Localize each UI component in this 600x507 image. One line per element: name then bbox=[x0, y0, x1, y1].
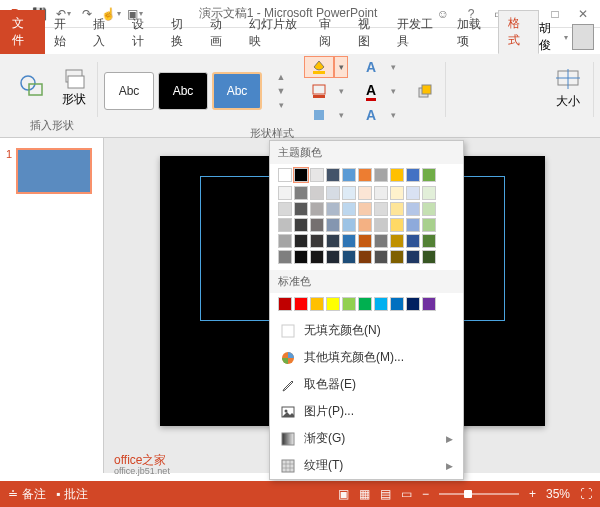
color-swatch[interactable] bbox=[406, 186, 420, 200]
color-swatch[interactable] bbox=[294, 202, 308, 216]
color-swatch[interactable] bbox=[294, 297, 308, 311]
color-swatch[interactable] bbox=[374, 218, 388, 232]
zoom-out-button[interactable]: − bbox=[422, 487, 429, 501]
color-swatch[interactable] bbox=[406, 202, 420, 216]
color-swatch[interactable] bbox=[406, 297, 420, 311]
eyedropper-item[interactable]: 取色器(E) bbox=[270, 371, 463, 398]
shapes-button[interactable]: 形状 bbox=[56, 65, 92, 110]
color-swatch[interactable] bbox=[406, 250, 420, 264]
color-swatch[interactable] bbox=[326, 202, 340, 216]
color-swatch[interactable] bbox=[342, 218, 356, 232]
color-swatch[interactable] bbox=[310, 234, 324, 248]
zoom-in-button[interactable]: + bbox=[529, 487, 536, 501]
color-swatch[interactable] bbox=[374, 168, 388, 182]
style-preset-2[interactable]: Abc bbox=[158, 72, 208, 110]
styles-more-icon[interactable]: ▾ bbox=[266, 98, 296, 112]
zoom-thumb[interactable] bbox=[464, 490, 472, 498]
user-area[interactable]: 胡俊 ▾ bbox=[539, 20, 600, 54]
color-swatch[interactable] bbox=[374, 202, 388, 216]
color-swatch[interactable] bbox=[326, 218, 340, 232]
avatar[interactable] bbox=[572, 24, 594, 50]
tab-file[interactable]: 文件 bbox=[0, 10, 45, 54]
color-swatch[interactable] bbox=[358, 297, 372, 311]
color-swatch[interactable] bbox=[326, 234, 340, 248]
color-swatch[interactable] bbox=[342, 297, 356, 311]
tab-insert[interactable]: 插入 bbox=[84, 12, 123, 54]
shape-fill-dropdown[interactable]: ▾ bbox=[334, 56, 348, 78]
shape-effects-dropdown[interactable]: ▾ bbox=[334, 104, 348, 126]
color-swatch[interactable] bbox=[342, 234, 356, 248]
color-swatch[interactable] bbox=[326, 186, 340, 200]
styles-up-icon[interactable]: ▲ bbox=[266, 70, 296, 84]
notes-button[interactable]: ≐ 备注 bbox=[8, 486, 46, 503]
color-swatch[interactable] bbox=[422, 250, 436, 264]
color-swatch[interactable] bbox=[422, 234, 436, 248]
color-swatch[interactable] bbox=[310, 218, 324, 232]
color-swatch[interactable] bbox=[342, 168, 356, 182]
color-swatch[interactable] bbox=[278, 218, 292, 232]
style-preset-1[interactable]: Abc bbox=[104, 72, 154, 110]
tab-transitions[interactable]: 切换 bbox=[162, 12, 201, 54]
color-swatch[interactable] bbox=[342, 202, 356, 216]
color-swatch[interactable] bbox=[390, 297, 404, 311]
tab-animations[interactable]: 动画 bbox=[201, 12, 240, 54]
color-swatch[interactable] bbox=[294, 186, 308, 200]
text-outline-dropdown[interactable]: ▾ bbox=[386, 80, 400, 102]
color-swatch[interactable] bbox=[294, 234, 308, 248]
shape-fill-button[interactable] bbox=[304, 56, 334, 78]
text-effects-button[interactable]: A bbox=[356, 104, 386, 126]
color-swatch[interactable] bbox=[278, 168, 292, 182]
color-swatch[interactable] bbox=[310, 168, 324, 182]
texture-item[interactable]: 纹理(T) ▶ bbox=[270, 452, 463, 479]
color-swatch[interactable] bbox=[374, 250, 388, 264]
color-swatch[interactable] bbox=[278, 234, 292, 248]
picture-item[interactable]: 图片(P)... bbox=[270, 398, 463, 425]
color-swatch[interactable] bbox=[326, 168, 340, 182]
slideshow-view-icon[interactable]: ▭ bbox=[401, 487, 412, 501]
tab-review[interactable]: 审阅 bbox=[310, 12, 349, 54]
tab-format[interactable]: 格式 bbox=[498, 10, 539, 54]
zoom-level[interactable]: 35% bbox=[546, 487, 570, 501]
color-swatch[interactable] bbox=[374, 186, 388, 200]
color-swatch[interactable] bbox=[374, 297, 388, 311]
more-colors-item[interactable]: 其他填充颜色(M)... bbox=[270, 344, 463, 371]
text-fill-dropdown[interactable]: ▾ bbox=[386, 56, 400, 78]
tab-view[interactable]: 视图 bbox=[349, 12, 388, 54]
shape-outline-button[interactable] bbox=[304, 80, 334, 102]
color-swatch[interactable] bbox=[422, 168, 436, 182]
shape-outline-dropdown[interactable]: ▾ bbox=[334, 80, 348, 102]
color-swatch[interactable] bbox=[278, 202, 292, 216]
color-swatch[interactable] bbox=[278, 297, 292, 311]
text-outline-button[interactable]: A bbox=[356, 80, 386, 102]
normal-view-icon[interactable]: ▣ bbox=[338, 487, 349, 501]
bring-forward-button[interactable] bbox=[410, 80, 440, 102]
text-effects-dropdown[interactable]: ▾ bbox=[386, 104, 400, 126]
tab-design[interactable]: 设计 bbox=[123, 12, 162, 54]
style-preset-3[interactable]: Abc bbox=[212, 72, 262, 110]
color-swatch[interactable] bbox=[294, 250, 308, 264]
tab-developer[interactable]: 开发工具 bbox=[388, 12, 448, 54]
thumbnail-1[interactable]: 1 bbox=[6, 148, 97, 194]
color-swatch[interactable] bbox=[278, 186, 292, 200]
color-swatch[interactable] bbox=[358, 168, 372, 182]
color-swatch[interactable] bbox=[390, 186, 404, 200]
color-swatch[interactable] bbox=[422, 186, 436, 200]
size-button[interactable]: 大小 bbox=[548, 65, 588, 112]
color-swatch[interactable] bbox=[358, 234, 372, 248]
styles-down-icon[interactable]: ▼ bbox=[266, 84, 296, 98]
color-swatch[interactable] bbox=[310, 186, 324, 200]
tab-home[interactable]: 开始 bbox=[45, 12, 84, 54]
comments-button[interactable]: ▪ 批注 bbox=[56, 486, 88, 503]
shape-effects-button[interactable] bbox=[304, 104, 334, 126]
sorter-view-icon[interactable]: ▦ bbox=[359, 487, 370, 501]
color-swatch[interactable] bbox=[390, 218, 404, 232]
reading-view-icon[interactable]: ▤ bbox=[380, 487, 391, 501]
color-swatch[interactable] bbox=[374, 234, 388, 248]
color-swatch[interactable] bbox=[422, 202, 436, 216]
color-swatch[interactable] bbox=[310, 297, 324, 311]
color-swatch[interactable] bbox=[422, 218, 436, 232]
color-swatch[interactable] bbox=[294, 168, 308, 182]
gradient-item[interactable]: 渐变(G) ▶ bbox=[270, 425, 463, 452]
color-swatch[interactable] bbox=[342, 186, 356, 200]
color-swatch[interactable] bbox=[390, 202, 404, 216]
